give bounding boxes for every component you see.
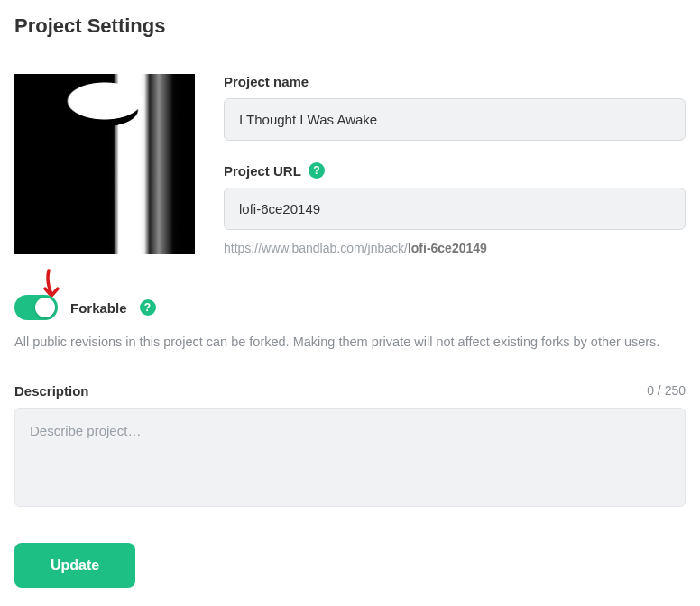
project-url-label: Project URL (224, 163, 301, 179)
page-title: Project Settings (14, 14, 686, 38)
project-url-input[interactable] (224, 188, 686, 230)
help-icon[interactable]: ? (140, 299, 156, 316)
forkable-label: Forkable (70, 300, 127, 316)
forkable-help-text: All public revisions in this project can… (14, 333, 686, 353)
help-icon[interactable]: ? (309, 162, 325, 179)
description-label: Description (14, 383, 89, 399)
project-name-label: Project name (224, 74, 686, 89)
toggle-knob (35, 298, 55, 317)
project-cover-art[interactable] (14, 74, 195, 254)
project-url-preview: https://www.bandlab.com/jnback/lofi-6ce2… (224, 241, 686, 255)
forkable-toggle[interactable] (14, 295, 58, 320)
update-button[interactable]: Update (14, 543, 135, 588)
project-name-input[interactable] (224, 98, 686, 141)
description-textarea[interactable] (14, 408, 686, 507)
cover-image (14, 74, 195, 254)
description-char-count: 0 / 250 (647, 383, 686, 398)
